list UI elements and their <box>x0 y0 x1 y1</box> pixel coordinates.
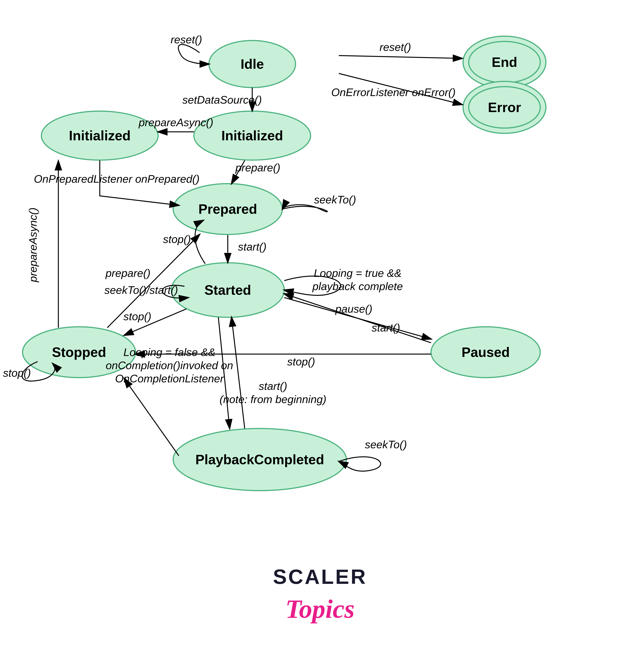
reset-to-idle-label: reset() <box>171 33 202 46</box>
prepare-async-left-label: prepareAsync() <box>27 208 39 283</box>
seek-to-playback-label: seekTo() <box>365 438 407 451</box>
brand-topics: Topics <box>285 594 355 624</box>
stop-paused-label: stop() <box>287 355 315 368</box>
initialized-left-label: Initialized <box>69 128 131 143</box>
set-datasource-label: setDataSource() <box>183 94 262 106</box>
stop-started-to-prepared-label: stop() <box>163 233 191 245</box>
prepare-label: prepare() <box>235 161 280 174</box>
looping-false-label3: OnCompletionListener <box>115 372 224 385</box>
looping-false-label2: onCompletion()invoked on <box>106 359 233 371</box>
stop-self-label: stop() <box>3 367 31 379</box>
start-from-beginning-label2: (note: from beginning) <box>219 393 326 405</box>
playback-completed-label: PlaybackCompleted <box>195 452 324 467</box>
reset-to-end-label: reset() <box>379 41 411 53</box>
brand-scaler: SCALER <box>273 565 367 588</box>
svg-line-3 <box>339 56 462 58</box>
seek-to-prepared-label: seekTo() <box>314 194 356 206</box>
start-paused-label: start() <box>372 321 400 334</box>
error-label: Error <box>488 100 521 115</box>
svg-line-15 <box>124 378 179 456</box>
prepare-async-top-label: prepareAsync() <box>139 116 213 128</box>
stop-started-label: stop() <box>123 310 151 323</box>
paused-label: Paused <box>462 345 510 360</box>
diagram-container: Idle End Error Initialized Initialized P… <box>0 0 640 672</box>
svg-line-16 <box>232 317 245 428</box>
initialized-right-label: Initialized <box>221 128 283 143</box>
end-label: End <box>492 55 517 70</box>
start-from-beginning-label: start() <box>259 380 287 392</box>
prepare-stopped-label: prepare() <box>105 267 150 279</box>
start-prepared-label: start() <box>238 241 266 253</box>
looping-true-label: Looping = true && <box>314 267 402 279</box>
seek-start-self-label: seekTo()/start() <box>104 284 178 296</box>
stopped-label: Stopped <box>52 345 106 360</box>
prepared-label: Prepared <box>199 201 257 217</box>
on-error-label: OnErrorListener onError() <box>331 86 456 98</box>
started-label: Started <box>204 283 251 298</box>
idle-label: Idle <box>241 57 264 72</box>
looping-true-label2: playback complete <box>312 280 403 292</box>
svg-line-9 <box>284 294 431 343</box>
looping-false-label: Looping = false && <box>123 346 216 358</box>
